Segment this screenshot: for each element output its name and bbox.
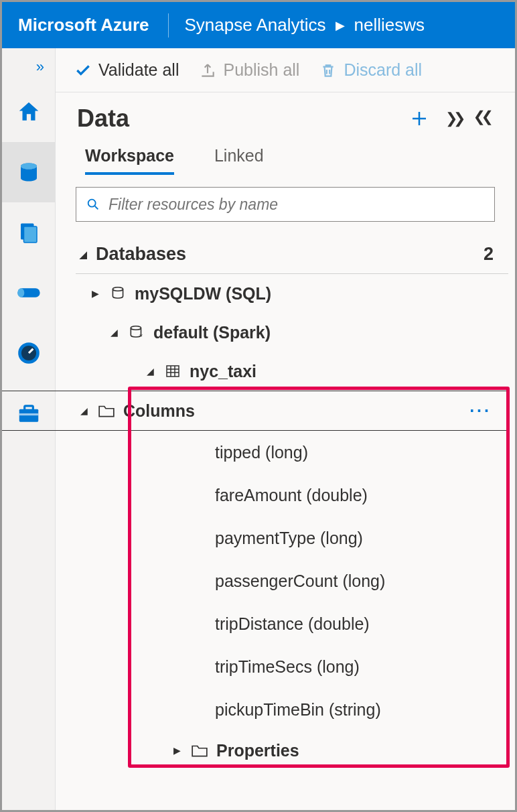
expand-toggle[interactable]: ❯❯: [445, 110, 461, 127]
table-icon: [163, 363, 183, 379]
db-spark-node[interactable]: * default (Spark): [76, 313, 508, 352]
svg-rect-15: [167, 366, 179, 377]
home-icon: [16, 99, 42, 125]
databases-section[interactable]: Databases 2: [76, 235, 508, 274]
column-item[interactable]: tipped (long): [76, 431, 508, 474]
filter-input[interactable]: [108, 196, 485, 214]
pane-title: Data: [77, 105, 409, 133]
column-item[interactable]: passengerCount (long): [76, 559, 508, 602]
trash-icon: [319, 62, 337, 79]
validate-all-button[interactable]: Validate all: [74, 60, 179, 80]
nav-data[interactable]: [2, 142, 56, 202]
nav-home[interactable]: [2, 82, 56, 142]
chevron-right-icon: ▶: [336, 18, 345, 33]
nav-develop[interactable]: [2, 202, 56, 263]
workspace-crumb[interactable]: nelliesws: [354, 15, 425, 36]
search-icon: [86, 197, 100, 212]
svg-text:*: *: [139, 332, 143, 341]
svg-rect-3: [23, 226, 37, 243]
folder-icon: [190, 743, 210, 758]
filter-box[interactable]: [76, 187, 495, 222]
chevron-right-icon: [169, 744, 184, 756]
upload-icon: [199, 62, 216, 79]
columns-label: Columns: [123, 401, 195, 421]
svg-point-11: [88, 200, 96, 207]
column-item[interactable]: fareAmount (double): [76, 474, 508, 517]
table-node[interactable]: nyc_taxi: [76, 352, 508, 391]
azure-header: Microsoft Azure Synapse Analytics ▶ nell…: [2, 2, 515, 48]
column-item[interactable]: tripDistance (double): [76, 602, 508, 645]
column-item[interactable]: tripTimeSecs (long): [76, 645, 508, 688]
columns-node[interactable]: Columns ···: [0, 391, 508, 431]
chevron-right-icon: [88, 287, 102, 299]
svg-point-12: [113, 287, 123, 291]
column-item[interactable]: pickupTimeBin (string): [76, 688, 508, 731]
service-crumb[interactable]: Synapse Analytics: [185, 15, 326, 36]
spark-db-icon: *: [127, 324, 147, 341]
documents-icon: [17, 220, 41, 245]
tab-workspace[interactable]: Workspace: [85, 146, 174, 175]
database-icon: [17, 160, 41, 184]
properties-label: Properties: [216, 741, 299, 760]
db-sql-node[interactable]: mySQLDW (SQL): [76, 274, 508, 313]
sql-db-icon: [108, 285, 128, 302]
discard-all-label: Discard all: [344, 60, 422, 80]
add-button[interactable]: [409, 109, 429, 129]
chevron-down-icon: [143, 365, 157, 377]
rail-expand-icon[interactable]: »: [2, 52, 55, 82]
svg-point-1: [21, 163, 37, 170]
more-actions-button[interactable]: ···: [469, 401, 508, 421]
header-divider: [168, 13, 169, 38]
collapse-toggle[interactable]: ❯❯: [477, 110, 494, 127]
databases-label: Databases: [96, 244, 186, 265]
plus-icon: [409, 109, 429, 129]
table-label: nyc_taxi: [190, 362, 256, 381]
nav-integrate[interactable]: [2, 263, 56, 323]
folder-icon: [96, 403, 117, 418]
chevron-down-icon: [106, 326, 121, 338]
tab-linked[interactable]: Linked: [214, 146, 264, 175]
validate-all-label: Validate all: [98, 60, 179, 80]
chevron-down-icon: [76, 405, 91, 417]
db-sql-label: mySQLDW (SQL): [135, 284, 271, 303]
db-spark-label: default (Spark): [153, 323, 271, 342]
chevron-down-icon: [76, 249, 90, 261]
databases-count: 2: [484, 244, 494, 265]
data-tree: Databases 2 mySQLDW (SQL) * default (Spa…: [56, 231, 515, 770]
data-tabs: Workspace Linked: [56, 138, 515, 175]
gauge-icon: [16, 340, 42, 366]
pipeline-icon: [15, 279, 42, 306]
properties-node[interactable]: Properties: [76, 731, 508, 770]
nav-monitor[interactable]: [2, 323, 56, 383]
toolbar: Validate all Publish all Discard all: [56, 48, 515, 92]
check-icon: [74, 62, 92, 79]
pane-header: Data ❯❯ ❯❯: [56, 92, 515, 138]
svg-point-13: [131, 326, 141, 330]
discard-all-button[interactable]: Discard all: [319, 60, 422, 80]
column-item[interactable]: paymentType (long): [76, 517, 508, 559]
svg-point-5: [17, 288, 24, 297]
publish-all-button[interactable]: Publish all: [199, 60, 299, 80]
azure-brand[interactable]: Microsoft Azure: [18, 15, 168, 36]
publish-all-label: Publish all: [223, 60, 299, 80]
